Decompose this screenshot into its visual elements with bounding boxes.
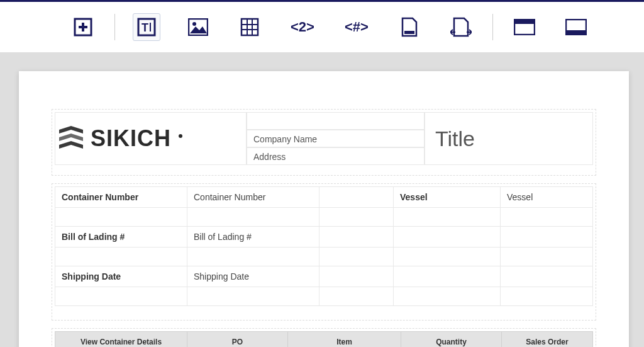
image-button[interactable] bbox=[184, 13, 212, 41]
image-icon bbox=[188, 18, 208, 36]
vessel-value[interactable]: Vessel bbox=[501, 187, 593, 208]
bol-label[interactable]: Bill of Lading # bbox=[55, 227, 187, 247]
col-quantity[interactable]: Quantity bbox=[401, 332, 502, 348]
address-field[interactable]: Address bbox=[247, 147, 425, 165]
window-footer-icon bbox=[565, 19, 587, 35]
logo-dot bbox=[179, 134, 182, 138]
logo-cell[interactable]: SIKICH bbox=[55, 112, 247, 165]
page-break-button[interactable] bbox=[396, 13, 423, 41]
page-break-icon bbox=[401, 17, 418, 37]
counter-button[interactable]: <#> bbox=[341, 13, 372, 41]
container-number-label[interactable]: Container Number bbox=[55, 187, 187, 208]
svg-text:T: T bbox=[142, 21, 148, 34]
add-icon bbox=[74, 18, 92, 37]
company-name-field[interactable]: Company Name bbox=[247, 130, 425, 147]
title-field[interactable]: Title bbox=[425, 112, 593, 165]
svg-rect-8 bbox=[242, 19, 258, 35]
spacer-cell[interactable] bbox=[319, 187, 394, 208]
svg-rect-13 bbox=[404, 31, 414, 34]
svg-point-7 bbox=[192, 22, 196, 26]
vessel-label[interactable]: Vessel bbox=[394, 187, 501, 208]
bol-value[interactable]: Bill of Lading # bbox=[187, 227, 319, 247]
table-button[interactable] bbox=[236, 13, 264, 41]
logo-icon bbox=[58, 125, 84, 152]
header2-icon: <2> bbox=[291, 19, 314, 35]
window-header-icon bbox=[514, 19, 535, 35]
blank-header-cell[interactable] bbox=[247, 112, 425, 130]
counter-icon: <#> bbox=[345, 19, 369, 35]
header2-button[interactable]: <2> bbox=[287, 13, 318, 41]
table-icon bbox=[240, 18, 259, 37]
text-icon: T bbox=[137, 18, 156, 37]
window-footer-button[interactable] bbox=[562, 13, 590, 41]
col-sales-order[interactable]: Sales Order bbox=[502, 332, 593, 348]
container-number-value[interactable]: Container Number bbox=[187, 187, 319, 208]
col-po[interactable]: PO bbox=[187, 332, 288, 348]
svg-rect-15 bbox=[514, 20, 535, 24]
report-page: SIKICH Company Name Address Title Contai… bbox=[19, 71, 629, 347]
text-button[interactable]: T bbox=[133, 13, 160, 41]
logo-text: SIKICH bbox=[91, 125, 171, 152]
detail-grid[interactable]: View Container Details PO Item Quantity … bbox=[55, 331, 593, 347]
form-grid[interactable]: Container Number Container Number Vessel… bbox=[55, 186, 593, 306]
col-item[interactable]: Item bbox=[288, 332, 401, 348]
col-view-details[interactable]: View Container Details bbox=[55, 332, 187, 348]
window-header-button[interactable] bbox=[511, 13, 538, 41]
svg-rect-17 bbox=[566, 30, 586, 35]
shipping-date-value[interactable]: Shipping Date bbox=[187, 266, 319, 287]
add-button[interactable] bbox=[69, 13, 97, 41]
shipping-date-label[interactable]: Shipping Date bbox=[55, 266, 187, 287]
margins-icon bbox=[450, 17, 472, 37]
margins-button[interactable] bbox=[447, 13, 475, 41]
toolbar: T <2> <#> bbox=[0, 2, 644, 52]
